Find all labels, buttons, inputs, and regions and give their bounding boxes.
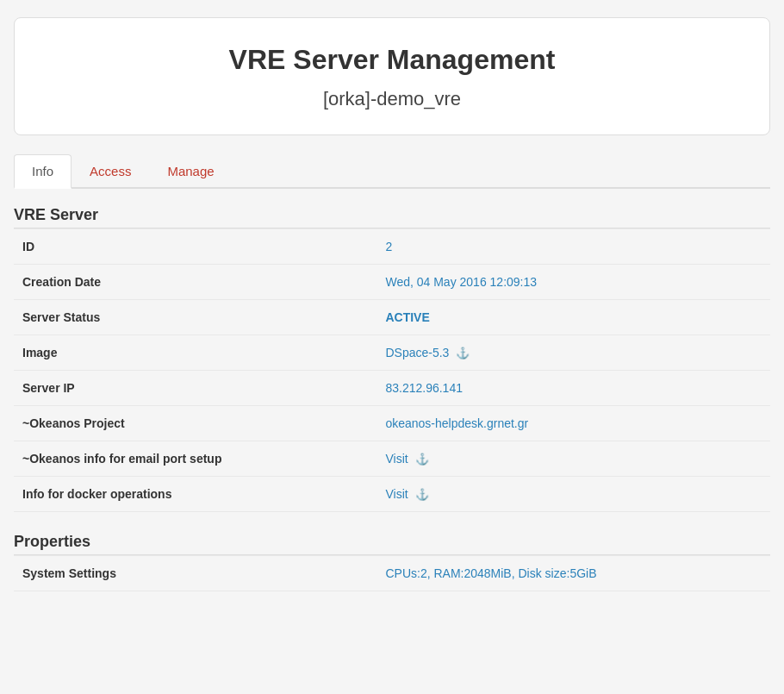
row-value: 2 [376,229,770,265]
header-card: VRE Server Management [orka]-demo_vre [14,17,770,135]
row-label: Creation Date [14,265,376,300]
row-value: okeanos-helpdesk.grnet.gr [376,406,770,441]
table-row: ~Okeanos Project okeanos-helpdesk.grnet.… [14,406,770,441]
row-value: Visit ⚓ [376,441,770,477]
table-row: Server Status ACTIVE [14,300,770,335]
row-value: CPUs:2, RAM:2048MiB, Disk size:5GiB [376,556,770,591]
table-row: ~Okeanos info for email port setup Visit… [14,441,770,477]
external-link-icon: ⚓ [456,347,470,360]
table-row: Creation Date Wed, 04 May 2016 12:09:13 [14,265,770,300]
docker-visit-icon: ⚓ [415,488,429,501]
properties-table: System Settings CPUs:2, RAM:2048MiB, Dis… [14,555,770,591]
row-label: Server Status [14,300,376,335]
main-content: VRE Server ID 2 Creation Date Wed, 04 Ma… [14,206,770,591]
vre-server-table: ID 2 Creation Date Wed, 04 May 2016 12:0… [14,228,770,512]
section-title-properties: Properties [14,533,770,551]
row-value: ACTIVE [376,300,770,335]
page-title: VRE Server Management [32,44,752,76]
row-value: 83.212.96.141 [376,371,770,406]
row-label: ~Okeanos Project [14,406,376,441]
tab-info[interactable]: Info [14,154,72,189]
table-row: Info for docker operations Visit ⚓ [14,477,770,512]
visit-link-icon: ⚓ [415,453,429,466]
row-value: DSpace-5.3 ⚓ [376,335,770,371]
table-row: ID 2 [14,229,770,265]
tab-manage[interactable]: Manage [149,154,232,189]
row-value: Visit ⚓ [376,477,770,512]
section-title-vre-server: VRE Server [14,206,770,224]
row-label: Info for docker operations [14,477,376,512]
table-row: Image DSpace-5.3 ⚓ [14,335,770,371]
server-name: [orka]-demo_vre [32,88,752,110]
row-label: ~Okeanos info for email port setup [14,441,376,477]
row-label: ID [14,229,376,265]
row-label: System Settings [14,556,376,591]
tabs-bar: Info Access Manage [14,153,770,189]
table-row: Server IP 83.212.96.141 [14,371,770,406]
row-label: Image [14,335,376,371]
tab-access[interactable]: Access [72,154,149,189]
table-row: System Settings CPUs:2, RAM:2048MiB, Dis… [14,556,770,591]
row-value: Wed, 04 May 2016 12:09:13 [376,265,770,300]
row-label: Server IP [14,371,376,406]
